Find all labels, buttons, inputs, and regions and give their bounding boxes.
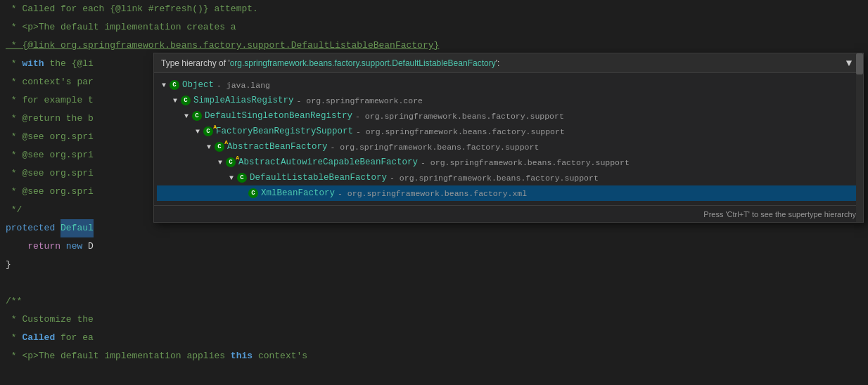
tree-node-abstract-autowire[interactable]: ▼ CA AbstractAutowireCapableBeanFactory …	[157, 155, 860, 170]
popup-hint-text: Press 'Ctrl+T' to see the supertype hier…	[703, 210, 856, 218]
popup-title: Type hierarchy of 'org.springframework.b…	[161, 58, 499, 68]
popup-scrollbar[interactable]	[856, 53, 863, 222]
tree-arrow-default-listable: ▼	[226, 170, 237, 185]
code-line-17: /**	[0, 292, 868, 311]
code-line-1: * Called for each {@link #refresh()} att…	[0, 0, 868, 18]
code-line-2: * <p>The default implementation creates …	[0, 18, 868, 37]
class-icon-simple-alias: C	[181, 96, 191, 105]
tree-node-default-listable[interactable]: ▼ C DefaultListableBeanFactory - org.spr…	[157, 170, 860, 185]
class-icon-xml-bean: C	[248, 188, 258, 198]
tree-arrow-abstract-autowire: ▼	[215, 155, 226, 170]
popup-scrollbar-thumb[interactable]	[856, 53, 863, 74]
tree-node-simple-alias[interactable]: ▼ C SimpleAliasRegistry - org.springfram…	[157, 93, 860, 108]
tree-arrow-object: ▼	[158, 77, 170, 93]
code-line-18: * Customize the	[0, 311, 868, 329]
tree-arrow-abstract-bean: ▼	[203, 139, 215, 155]
popup-close-button[interactable]: ▼	[842, 56, 856, 70]
popup-footer: Press 'Ctrl+T' to see the supertype hier…	[154, 205, 863, 222]
tree-arrow-factory-bean: ▼	[192, 124, 203, 139]
popup-body: ▼ C Object - java.lang ▼ C SimpleAliasRe…	[154, 73, 863, 205]
code-line-14: return new D	[0, 237, 868, 256]
tree-arrow-default-singleton: ▼	[181, 108, 192, 124]
code-line-20: * <p>The default implementation applies …	[0, 347, 868, 365]
class-icon-abstract-bean: CA	[215, 142, 224, 152]
editor-area: * Called for each {@link #refresh()} att…	[0, 0, 868, 385]
class-icon-abstract-autowire: CA	[226, 157, 236, 167]
class-icon-object: C	[170, 80, 179, 90]
tree-node-object[interactable]: ▼ C Object - java.lang	[157, 77, 860, 93]
code-line-15: }	[0, 256, 868, 274]
class-icon-default-singleton: C	[192, 111, 202, 121]
code-line-16	[0, 274, 868, 292]
tree-node-abstract-bean[interactable]: ▼ CA AbstractBeanFactory - org.springfra…	[157, 139, 860, 155]
type-hierarchy-popup: Type hierarchy of 'org.springframework.b…	[153, 53, 864, 223]
tree-node-xml-bean[interactable]: ▼ C XmlBeanFactory - org.springframework…	[157, 185, 860, 201]
class-icon-factory-bean: CA	[203, 126, 213, 136]
tree-node-default-singleton[interactable]: ▼ C DefaultSingletonBeanRegistry - org.s…	[157, 108, 860, 124]
tree-arrow-simple-alias: ▼	[170, 93, 181, 108]
popup-header: Type hierarchy of 'org.springframework.b…	[154, 53, 863, 73]
class-icon-default-listable: C	[237, 173, 247, 183]
code-line-19: * Called for ea	[0, 329, 868, 347]
tree-node-factory-bean[interactable]: ▼ CA FactoryBeanRegistrySupport - org.sp…	[157, 124, 860, 139]
